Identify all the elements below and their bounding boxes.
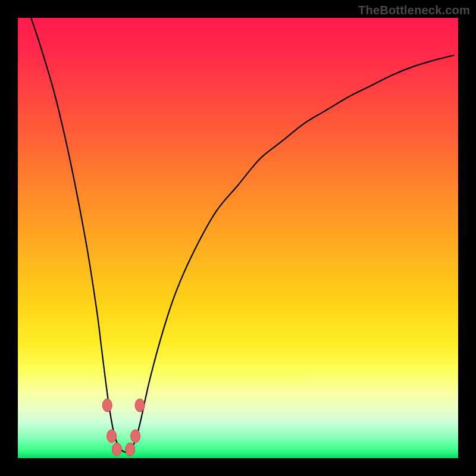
plot-area xyxy=(18,18,458,458)
curve-line xyxy=(31,18,453,452)
curve-marker xyxy=(102,399,112,412)
curve-marker xyxy=(107,430,117,443)
curve-marker xyxy=(126,443,135,456)
curve-marker xyxy=(135,399,145,412)
curve-marker xyxy=(131,430,140,443)
chart-frame: TheBottleneck.com xyxy=(0,0,476,476)
watermark-text: TheBottleneck.com xyxy=(358,4,470,17)
chart-overlay xyxy=(18,18,458,458)
markers-group xyxy=(102,399,145,456)
curve-marker xyxy=(112,443,122,456)
